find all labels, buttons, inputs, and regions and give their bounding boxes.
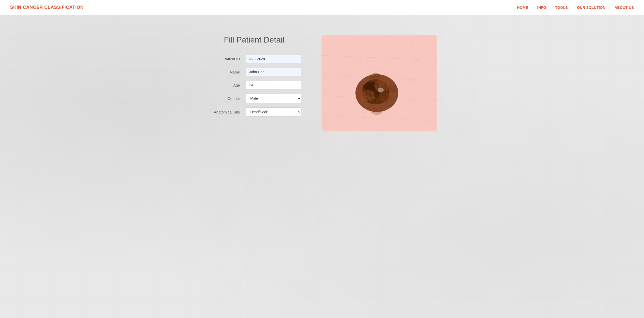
nav-info[interactable]: INFO xyxy=(537,6,546,10)
anatomical-site-label: Anatomical Site xyxy=(207,110,242,114)
svg-point-24 xyxy=(355,87,366,94)
name-label: Name xyxy=(207,70,242,74)
svg-point-26 xyxy=(370,73,381,81)
image-upload-area[interactable]: Upload skin lesion image xyxy=(321,35,437,131)
main-content: Fill Patient Detail Patient ID Name Age … xyxy=(0,15,644,318)
form-title: Fill Patient Detail xyxy=(224,35,284,45)
nav-tools[interactable]: TOOLS xyxy=(555,6,568,10)
navbar: SKIN CANCER CLASSIFICATION HOME INFO TOO… xyxy=(0,0,644,15)
patient-id-input[interactable] xyxy=(246,55,301,63)
nav-home[interactable]: HOME xyxy=(517,6,528,10)
brand-logo: SKIN CANCER CLASSIFICATION xyxy=(10,5,84,10)
nav-about-us[interactable]: ABOUT US xyxy=(615,6,634,10)
nav-our-solution[interactable]: OUR SOLUTION xyxy=(577,6,606,10)
patient-id-label: Patient ID xyxy=(207,57,242,61)
gender-label: Gender xyxy=(207,96,242,101)
anatomical-site-select[interactable]: Head/Neck Upper Extremity Lower Extremit… xyxy=(246,107,301,116)
image-section: Upload skin lesion image xyxy=(321,35,437,131)
lesion-image xyxy=(321,35,437,131)
svg-point-25 xyxy=(389,86,398,93)
form-section: Fill Patient Detail Patient ID Name Age … xyxy=(207,35,301,116)
name-input[interactable] xyxy=(246,68,301,76)
patient-form: Patient ID Name Age Gender Male Female O… xyxy=(207,55,301,116)
svg-point-27 xyxy=(371,107,383,115)
svg-point-23 xyxy=(378,88,384,93)
age-label: Age xyxy=(207,83,242,87)
nav-links: HOME INFO TOOLS OUR SOLUTION ABOUT US xyxy=(517,5,634,10)
age-input[interactable] xyxy=(246,81,301,89)
gender-select[interactable]: Male Female Other xyxy=(246,94,301,103)
